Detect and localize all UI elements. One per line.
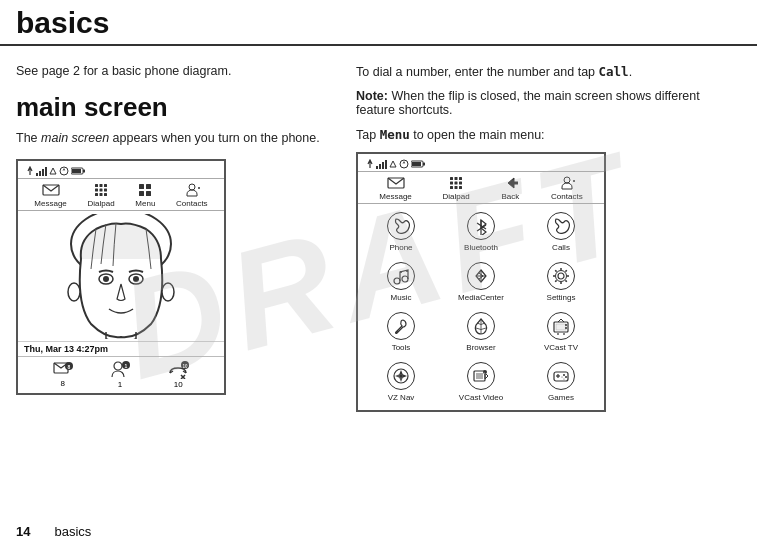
call-text-2: . (629, 65, 632, 79)
svg-point-31 (114, 362, 122, 370)
menu-battery-icon (411, 160, 425, 168)
svg-rect-5 (83, 170, 85, 173)
page-title: basics (16, 6, 741, 40)
svg-rect-47 (459, 177, 462, 180)
phone-face (18, 211, 224, 341)
menu-item-tools[interactable]: Tools (362, 308, 440, 356)
svg-point-27 (162, 283, 174, 301)
svg-rect-14 (100, 193, 103, 196)
menu-signal-bars (376, 159, 387, 169)
menu-message-icon (386, 176, 406, 190)
contacts-toolbar-icon (182, 183, 202, 197)
tap-text-2: to open the main menu: (410, 128, 545, 142)
svg-rect-42 (412, 162, 421, 166)
svg-marker-40 (403, 161, 406, 164)
menu-screen-mockup: Message (356, 152, 606, 412)
menu-phone-label: Phone (389, 243, 412, 252)
svg-text:+: + (484, 371, 486, 375)
call-text-1: To dial a number, enter the number and t… (356, 65, 599, 79)
menu-item-vcast-tv[interactable]: VCast TV (522, 308, 600, 356)
svg-rect-53 (459, 186, 462, 189)
menu-item-games[interactable]: Games (522, 358, 600, 406)
svg-point-20 (189, 184, 195, 190)
svg-rect-11 (100, 189, 103, 192)
menu-games-label: Games (548, 393, 574, 402)
svg-point-89 (562, 377, 563, 378)
tap-text-1: Tap (356, 128, 380, 142)
toolbar-menu[interactable]: Menu (135, 183, 155, 208)
svg-rect-16 (139, 184, 144, 189)
menu-item-browser[interactable]: Browser (442, 308, 520, 356)
menu-item-bluetooth[interactable]: Bluetooth (442, 208, 520, 256)
section-title: main screen (16, 92, 336, 123)
svg-marker-54 (508, 178, 518, 188)
menu-grid: Phone Bluetooth (358, 204, 604, 410)
menu-item-phone[interactable]: Phone (362, 208, 440, 256)
menu-item-vcast-video[interactable]: + VCast Video (442, 358, 520, 406)
menu-settings-label: Settings (547, 293, 576, 302)
dialpad-toolbar-icon (91, 183, 111, 197)
menu-toolbar-back-label: Back (501, 192, 519, 201)
menu-toolbar-back[interactable]: Back (500, 176, 520, 201)
svg-point-56 (394, 278, 400, 284)
svg-rect-7 (95, 184, 98, 187)
phone-screen-mockup: Message (16, 159, 226, 395)
calls-menu-icon (547, 212, 575, 240)
page-header: basics (0, 0, 757, 46)
svg-rect-66 (556, 324, 566, 330)
tools-menu-icon (387, 312, 415, 340)
menu-toolbar-contacts[interactable]: Contacts (551, 176, 583, 201)
toolbar-dialpad[interactable]: Dialpad (88, 183, 115, 208)
svg-point-67 (565, 324, 567, 326)
phone-bottom-messages: 8 8 (53, 362, 73, 388)
menu-vcast-tv-label: VCast TV (544, 343, 578, 352)
svg-rect-52 (455, 186, 458, 189)
svg-rect-18 (139, 191, 144, 196)
intro-text: See page 2 for a basic phone diagram. (16, 64, 336, 78)
menu-toolbar-message[interactable]: Message (379, 176, 411, 201)
music-menu-icon (387, 262, 415, 290)
svg-rect-49 (455, 182, 458, 185)
menu-toolbar-dialpad-label: Dialpad (443, 192, 470, 201)
desc-part1: The (16, 131, 41, 145)
menu-item-music[interactable]: Music (362, 258, 440, 306)
svg-rect-50 (459, 182, 462, 185)
menu-contacts-icon (557, 176, 577, 190)
svg-rect-43 (423, 163, 425, 166)
svg-rect-8 (100, 184, 103, 187)
page-number: 14 (16, 524, 30, 539)
menu-antenna-icon (366, 159, 374, 169)
menu-mediacenter-label: MediaCenter (458, 293, 504, 302)
battery-icon (71, 167, 85, 175)
contact-badge-icon: 1 (110, 361, 130, 379)
face-drawing (41, 214, 201, 339)
menu-item-mediacenter[interactable]: MediaCenter (442, 258, 520, 306)
menu-toolbar-dialpad[interactable]: Dialpad (443, 176, 470, 201)
menu-keyword: Menu (380, 127, 410, 142)
svg-point-58 (400, 271, 402, 273)
svg-rect-15 (104, 193, 107, 196)
missed-badge-icon: 10 (167, 361, 189, 379)
toolbar-contacts[interactable]: Contacts (176, 183, 208, 208)
menu-item-vz-nav[interactable]: VZ Nav (362, 358, 440, 406)
desc-part2: appears when you turn on the phone. (109, 131, 320, 145)
phone-bottom-contacts: 1 1 (110, 361, 130, 389)
menu-item-settings[interactable]: Settings (522, 258, 600, 306)
browser-menu-icon (467, 312, 495, 340)
svg-rect-10 (95, 189, 98, 192)
bottom-msg-count: 8 (60, 379, 64, 388)
main-content: See page 2 for a basic phone diagram. ma… (0, 46, 757, 422)
nav-icon (59, 166, 69, 176)
bottom-contacts-count: 1 (118, 380, 122, 389)
phone-toolbar (18, 161, 224, 179)
menu-item-calls[interactable]: Calls (522, 208, 600, 256)
menu-vcast-video-label: VCast Video (459, 393, 503, 402)
toolbar-message[interactable]: Message (34, 183, 66, 208)
svg-marker-0 (50, 168, 56, 174)
phone-menu-icon (387, 212, 415, 240)
svg-rect-4 (72, 169, 81, 173)
svg-rect-45 (450, 177, 453, 180)
svg-rect-13 (95, 193, 98, 196)
menu-browser-label: Browser (466, 343, 495, 352)
svg-point-24 (103, 276, 109, 282)
